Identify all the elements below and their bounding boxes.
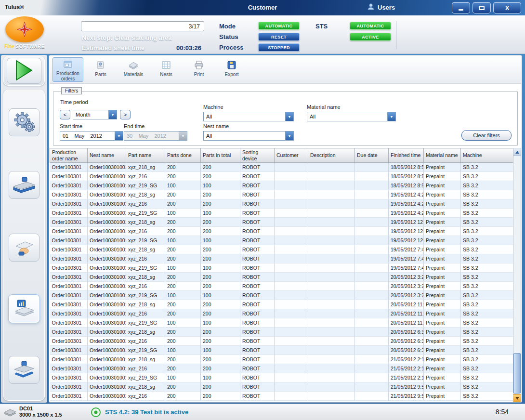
status-reset-button[interactable]: RESET <box>258 33 300 41</box>
table-cell: Order100301 <box>50 209 88 218</box>
mode-automatic-button[interactable]: AUTOMATIC <box>258 22 300 30</box>
status-indicator-icon[interactable] <box>91 407 101 420</box>
table-cell: Order100301 <box>50 273 88 282</box>
column-header[interactable]: Parts done <box>165 148 201 163</box>
table-row[interactable]: Order100301Order100301001xyz_218_sg20020… <box>50 355 513 364</box>
table-cell: SB 3.2 <box>461 300 513 309</box>
column-header[interactable]: Customer <box>275 148 308 163</box>
sts-active-button[interactable]: ACTIVE <box>350 33 391 41</box>
table-cell: Prepaint <box>424 209 461 218</box>
users-menu[interactable]: Users <box>367 3 395 12</box>
toolbar-parts[interactable]: Parts <box>85 57 116 82</box>
nest-name-filter-value: All <box>204 133 285 139</box>
table-cell <box>355 382 389 392</box>
nest-name-select[interactable]: All ▼ <box>203 131 294 141</box>
table-row[interactable]: Order100301Order100301001xyz_218_sg20020… <box>50 163 513 172</box>
toolbar-production-orders[interactable]: Production orders <box>52 57 83 82</box>
vertical-scrollbar[interactable] <box>513 148 521 402</box>
machine-filter-label: Machine <box>203 104 223 110</box>
sidebar-settings-button[interactable] <box>9 108 39 136</box>
column-header[interactable]: Due date <box>355 148 389 163</box>
sidebar-reports-button[interactable] <box>9 295 39 323</box>
column-header[interactable]: Parts in total <box>201 148 240 163</box>
start-time-select[interactable]: 01 May 2012 ▼ <box>60 131 123 141</box>
table-row[interactable]: Order100301Order100301001xyz_218_sg20020… <box>50 190 513 199</box>
table-row[interactable]: Order100301Order100301001xyz_216200200RO… <box>50 199 513 209</box>
print-icon <box>194 60 204 70</box>
table-row[interactable]: Order100301Order100301001xyz_216200200RO… <box>50 309 513 318</box>
table-cell <box>355 355 389 364</box>
sidebar-machine-button[interactable] <box>9 171 39 199</box>
table-row[interactable]: Order100301Order100301001xyz_216200200RO… <box>50 227 513 236</box>
minimize-button[interactable] <box>452 2 470 13</box>
time-period-select[interactable]: Month ▼ <box>73 110 117 119</box>
table-cell <box>308 172 355 181</box>
table-cell <box>308 181 355 190</box>
toolbar-nests[interactable]: Nests <box>151 57 182 82</box>
column-header[interactable]: Description <box>308 148 355 163</box>
table-row[interactable]: Order100301Order100301001xyz_216200200RO… <box>50 172 513 181</box>
sts-automatic-button[interactable]: AUTOMATIC <box>350 22 391 30</box>
toolbar-label: Print <box>194 72 204 77</box>
table-cell: 200 <box>165 227 201 236</box>
column-header[interactable]: Material name <box>424 148 461 163</box>
table-row[interactable]: Order100301Order100301001xyz_216200200RO… <box>50 254 513 263</box>
column-header[interactable]: Machine <box>461 148 513 163</box>
table-row[interactable]: Order100301Order100301001xyz_219_SG10010… <box>50 263 513 273</box>
table-row[interactable]: Order100301Order100301001xyz_216200200RO… <box>50 282 513 291</box>
table-cell: 21/05/2012 9:55 <box>389 382 424 392</box>
toolbar-print[interactable]: Print <box>184 57 214 82</box>
scroll-up-button[interactable] <box>513 148 521 156</box>
machine-select[interactable]: All ▼ <box>203 112 294 121</box>
table-row[interactable]: Order100301Order100301001xyz_219_SG10010… <box>50 318 513 328</box>
table-row[interactable]: Order100301Order100301001xyz_218_sg20020… <box>50 218 513 227</box>
process-stopped-button[interactable]: STOPPED <box>258 43 300 52</box>
clear-filters-button[interactable]: Clear filters <box>461 130 512 141</box>
table-cell <box>355 337 389 346</box>
toolbar-export[interactable]: Export <box>216 57 247 82</box>
toolbar-materials[interactable]: Materials <box>118 57 149 82</box>
column-header[interactable]: Production order name <box>50 148 88 163</box>
table-row[interactable]: Order100301Order100301001xyz_219_SG10010… <box>50 181 513 190</box>
arrow-up-icon <box>515 151 519 154</box>
table-row[interactable]: Order100301Order100301001xyz_219_SG10010… <box>50 209 513 218</box>
table-cell: xyz_216 <box>126 282 165 291</box>
table-row[interactable]: Order100301Order100301001xyz_218_sg20020… <box>50 273 513 282</box>
table-cell: 19/05/2012 12:... <box>389 227 424 236</box>
table-row[interactable]: Order100301Order100301001xyz_216200200RO… <box>50 392 513 401</box>
toolbar-label: Export <box>225 72 239 77</box>
table-row[interactable]: Order100301Order100301001xyz_218_sg20020… <box>50 382 513 392</box>
table-cell: SB 3.2 <box>461 227 513 236</box>
previous-period-button[interactable]: < <box>60 110 70 119</box>
sidebar-sorting-button[interactable] <box>9 234 39 262</box>
sheet-counter-field[interactable]: 3/17 <box>81 21 204 31</box>
start-button[interactable] <box>7 58 41 84</box>
table-row[interactable]: Order100301Order100301001xyz_216200200RO… <box>50 364 513 373</box>
maximize-button[interactable] <box>472 2 491 13</box>
scrollbar-thumb[interactable] <box>513 353 521 394</box>
table-cell: Prepaint <box>424 392 461 401</box>
table-cell: 200 <box>165 245 201 254</box>
table-row[interactable]: Order100301Order100301001xyz_218_sg20020… <box>50 245 513 254</box>
sidebar-stacking-button[interactable] <box>9 356 39 384</box>
time-period-value: Month <box>73 112 108 118</box>
next-period-button[interactable]: > <box>120 110 131 119</box>
column-header[interactable]: Finished time <box>389 148 424 163</box>
material-name-select[interactable]: All ▼ <box>307 112 396 121</box>
close-button[interactable]: X <box>493 2 521 13</box>
table-row[interactable]: Order100301Order100301001xyz_216200200RO… <box>50 337 513 346</box>
table-row[interactable]: Order100301Order100301001xyz_219_SG10010… <box>50 236 513 245</box>
column-header[interactable]: Sorting device <box>240 148 275 163</box>
table-cell: 100 <box>201 346 240 355</box>
table-row[interactable]: Order100301Order100301001xyz_218_sg20020… <box>50 300 513 309</box>
table-row[interactable]: Order100301Order100301001xyz_219_SG10010… <box>50 373 513 382</box>
column-header[interactable]: Nest name <box>88 148 126 163</box>
table-row[interactable]: Order100301Order100301001xyz_218_sg20020… <box>50 328 513 337</box>
scroll-down-button[interactable] <box>513 394 521 402</box>
column-header[interactable]: Part name <box>126 148 165 163</box>
table-cell: 100 <box>165 263 201 273</box>
table-row[interactable]: Order100301Order100301001xyz_219_SG10010… <box>50 291 513 300</box>
play-icon <box>14 59 34 83</box>
table-row[interactable]: Order100301Order100301001xyz_219_SG10010… <box>50 346 513 355</box>
table-cell <box>308 245 355 254</box>
